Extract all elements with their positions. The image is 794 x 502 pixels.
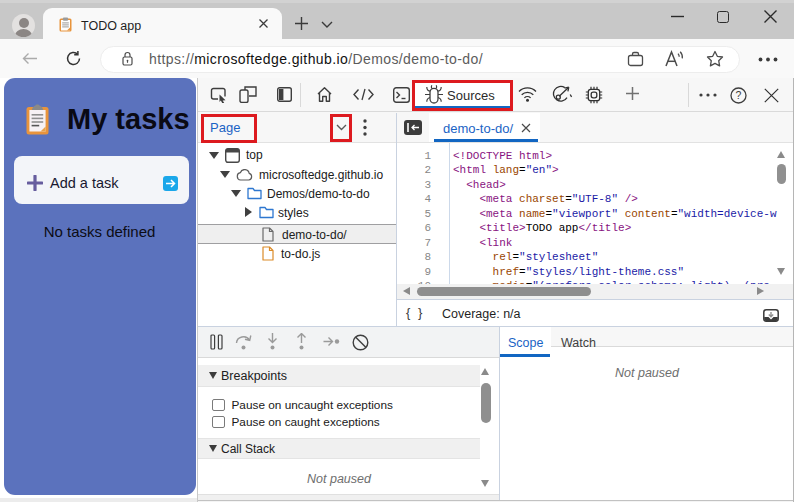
svg-text:?: ? — [736, 89, 742, 101]
